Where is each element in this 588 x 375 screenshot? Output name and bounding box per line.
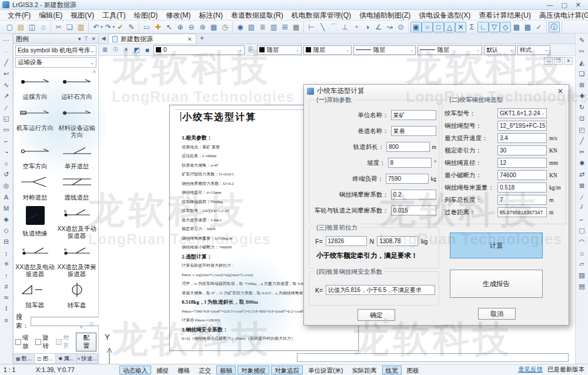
pan-icon[interactable]: ✚ bbox=[152, 22, 163, 32]
legend-close-icon[interactable]: ✕ bbox=[91, 36, 96, 42]
snap-box-icon[interactable]: ▣ bbox=[410, 22, 422, 32]
field-input[interactable]: 某巷 bbox=[391, 126, 436, 136]
status-toggle-10[interactable]: 图板 bbox=[403, 366, 423, 374]
field-input[interactable]: 74600 bbox=[497, 170, 547, 180]
image-icon[interactable]: ▦ bbox=[208, 22, 219, 32]
leader-tool-icon[interactable]: ↝ bbox=[384, 22, 395, 32]
scroll-up-indicator[interactable]: ˄ bbox=[93, 69, 96, 75]
property-dropdown-0[interactable]: 0⌄ bbox=[153, 45, 245, 55]
menu-item-3[interactable]: 工具(T) bbox=[98, 10, 129, 21]
field-input[interactable]: 3.4 bbox=[497, 133, 547, 143]
field-input[interactable]: 0.2 bbox=[391, 190, 436, 200]
legend-item-9[interactable]: XX道岔及手动扳道器 bbox=[56, 201, 97, 239]
measure-icon[interactable]: ≡ bbox=[1, 314, 12, 326]
legend-menu-icon[interactable]: ▾ bbox=[78, 36, 81, 42]
field-input[interactable]: 0.015 bbox=[391, 205, 436, 215]
maximize-button[interactable]: ▢ bbox=[561, 1, 567, 9]
field-input[interactable]: 7 bbox=[497, 195, 547, 205]
menu-item-8[interactable]: 机电数据库管理(Q) bbox=[288, 10, 355, 21]
chamfer-icon[interactable]: ⌐ bbox=[577, 214, 587, 225]
legend-item-12[interactable]: 阻车器 bbox=[15, 277, 55, 308]
legend-item-10[interactable]: XX道岔及电动扳道器 bbox=[15, 239, 55, 277]
property-dropdown-2[interactable]: 随层⌄ bbox=[303, 45, 352, 55]
status-toggle-9[interactable]: 线宽 bbox=[382, 366, 402, 374]
menu-item-1[interactable]: 编辑(E) bbox=[35, 10, 66, 21]
config-button[interactable]: 配置 bbox=[76, 333, 96, 351]
status-toggle-1[interactable]: 捕捉 bbox=[153, 366, 172, 374]
window-icon[interactable]: ⊞ bbox=[279, 22, 290, 32]
scroll-down-indicator[interactable]: ˅ bbox=[80, 324, 83, 330]
search-input[interactable] bbox=[31, 317, 109, 326]
line-tool-icon[interactable]: ╲ bbox=[317, 22, 328, 32]
dialog-close-icon[interactable]: ✕ bbox=[557, 87, 566, 95]
confirm-icon[interactable]: ✓ bbox=[533, 22, 544, 32]
field-input[interactable]: 某矿 bbox=[391, 110, 436, 120]
hatch-icon[interactable]: ◈ bbox=[1, 214, 12, 225]
pen-icon[interactable]: ✎ bbox=[126, 22, 137, 32]
layer-color-icon[interactable]: ■ bbox=[143, 47, 152, 54]
menu-item-7[interactable]: 巷道数据提取(R) bbox=[227, 10, 288, 21]
point-icon[interactable]: · bbox=[1, 46, 12, 57]
menu-item-12[interactable]: 高压供电计算(G) bbox=[535, 10, 588, 21]
status-toggle-8[interactable]: 实际距离 bbox=[349, 366, 380, 374]
copy-icon[interactable]: ❏ bbox=[64, 22, 75, 32]
array-icon[interactable]: ⊞ bbox=[577, 79, 587, 91]
snap-triangle-icon[interactable]: △ bbox=[444, 22, 455, 32]
legend-header[interactable]: 图例 ▾ ⊤ ✕ bbox=[14, 34, 98, 44]
grid-icon[interactable]: ▦ bbox=[290, 22, 302, 32]
stretch-icon[interactable]: ◰ bbox=[577, 124, 587, 135]
legend-item-13[interactable]: 转车盘 bbox=[56, 277, 97, 308]
menu-item-5[interactable]: 修改(M) bbox=[162, 10, 195, 21]
plot-icon[interactable]: ⌂ bbox=[38, 22, 49, 32]
symbol-library-dropdown[interactable]: Eda symbol lib 机电符号库 ⌄ bbox=[15, 45, 96, 56]
tab-nav-left-icon[interactable]: ◀ bbox=[99, 33, 108, 44]
arc-edit-icon[interactable]: ◠ bbox=[577, 236, 587, 247]
donut-icon[interactable]: ◎ bbox=[1, 180, 12, 191]
line-icon[interactable]: ╱ bbox=[1, 57, 12, 68]
split-icon[interactable]: ∕ bbox=[577, 191, 587, 203]
break-icon[interactable]: ⊠ bbox=[577, 180, 587, 191]
tension-n-field[interactable]: 12826 bbox=[326, 236, 367, 246]
swap-icon[interactable]: ⇄ bbox=[577, 169, 587, 180]
snap-tangent-icon[interactable]: ▽ bbox=[489, 22, 500, 32]
text-icon[interactable]: A bbox=[1, 191, 12, 203]
grid-snap-icon[interactable]: # bbox=[1, 281, 12, 292]
sun-icon[interactable]: ☀ bbox=[122, 46, 131, 54]
minimize-button[interactable]: — bbox=[546, 1, 553, 9]
property-dropdown-6[interactable]: 样式⌄ bbox=[517, 45, 550, 55]
legend-item-1[interactable]: 运矸石方向 bbox=[56, 69, 97, 100]
legend-item-8[interactable]: 轨道绝缘 bbox=[15, 201, 55, 239]
mtext-icon[interactable]: M bbox=[1, 203, 12, 214]
clock1-icon[interactable]: ◔ bbox=[350, 22, 362, 32]
polygon-edit-icon[interactable]: ⌂ bbox=[577, 247, 587, 258]
new-file-icon[interactable]: ▢ bbox=[4, 22, 15, 32]
parallelogram-icon[interactable]: ▱ bbox=[577, 258, 587, 270]
legend-item-4[interactable]: 空车方向 bbox=[15, 138, 55, 170]
legend-item-11[interactable]: XX道岔及弹簧扳道器 bbox=[56, 239, 97, 277]
table-icon[interactable]: ▥ bbox=[268, 22, 279, 32]
trim-icon[interactable]: ✂ bbox=[577, 147, 587, 158]
bulb-icon[interactable]: ☉ bbox=[111, 46, 120, 54]
rotate-icon[interactable]: ↻ bbox=[577, 102, 587, 113]
lengthen-icon[interactable]: ╱ bbox=[577, 135, 587, 147]
layers-icon[interactable]: ≣ bbox=[257, 22, 268, 32]
cancel-button[interactable]: 取消 bbox=[478, 308, 516, 320]
child-minimize-button[interactable]: — bbox=[544, 57, 553, 65]
snap-square-icon[interactable]: □ bbox=[433, 22, 444, 32]
panel-tab-0[interactable]: ▦数... bbox=[14, 354, 35, 363]
command-line-input[interactable] bbox=[297, 353, 569, 362]
new-tab-button[interactable]: + bbox=[200, 33, 204, 44]
select-arrow-icon[interactable]: ↖ bbox=[163, 22, 175, 32]
edit-pencil-icon[interactable]: ✏ bbox=[577, 46, 587, 57]
back-icon[interactable]: ◉ bbox=[235, 22, 246, 32]
hatch-fill-icon[interactable]: ▨ bbox=[577, 270, 587, 281]
field-input[interactable]: GKT1.6×1.2-24⌄ bbox=[497, 108, 547, 118]
legend-item-15[interactable] bbox=[56, 308, 97, 311]
fillet-icon[interactable]: ╯ bbox=[577, 203, 587, 214]
panel-tab-1[interactable]: ◫图... bbox=[35, 354, 56, 363]
burst-icon[interactable]: ✳ bbox=[1, 258, 12, 270]
property-dropdown-3[interactable]: 随层⌄ bbox=[353, 45, 416, 55]
status-toggle-2[interactable]: 栅格 bbox=[174, 366, 193, 374]
field-input[interactable]: 30 bbox=[497, 145, 547, 155]
tension-kg-field[interactable]: 1308.78 bbox=[377, 236, 418, 246]
